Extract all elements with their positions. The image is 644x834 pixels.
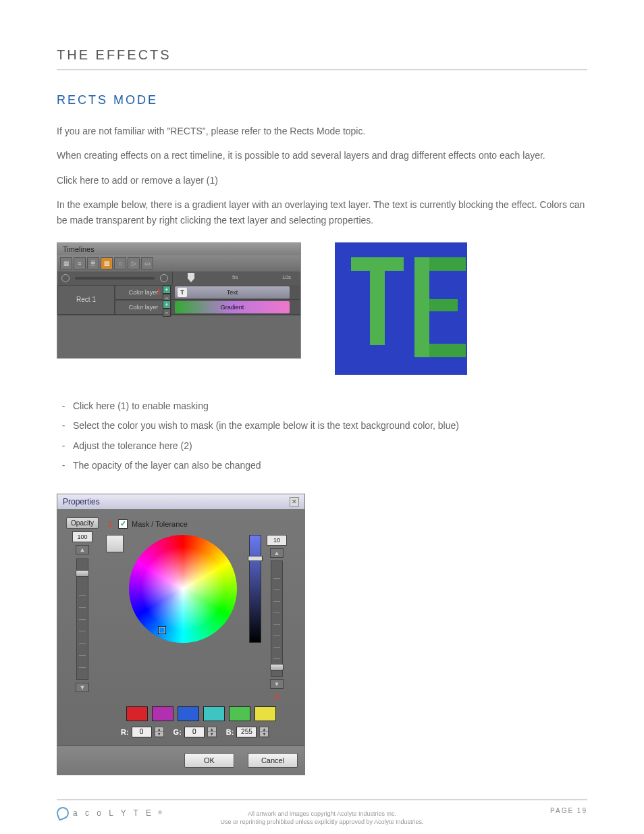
preview-image — [335, 242, 467, 375]
rect-icon[interactable]: ▧ — [101, 257, 113, 269]
color-swatch[interactable] — [126, 706, 148, 721]
g-label: G: — [173, 728, 182, 736]
rows2-icon[interactable]: ≣ — [87, 257, 99, 269]
paragraph: Click here to add or remove a layer (1) — [57, 173, 587, 188]
clip-text[interactable]: T Text — [175, 286, 290, 298]
layer-label: Color layer — [129, 289, 159, 296]
zoom-slider[interactable] — [75, 277, 155, 280]
brand-text: a c o L Y T E — [73, 808, 154, 818]
swatch-row — [126, 706, 296, 721]
color-swatch[interactable] — [229, 706, 250, 721]
record-icon[interactable]: ○ — [114, 257, 126, 269]
color-swatch[interactable] — [203, 706, 225, 721]
page-title: THE EFFECTS — [57, 47, 587, 70]
bullet-dash: - — [61, 396, 66, 416]
cancel-button[interactable]: Cancel — [248, 753, 298, 768]
close-icon[interactable]: ✕ — [290, 497, 299, 506]
list-item: Select the color you wish to mask (in th… — [73, 416, 459, 436]
bullet-dash: - — [61, 456, 66, 475]
color-wheel[interactable] — [129, 535, 237, 643]
bullet-dash: - — [61, 436, 66, 456]
timelines-empty-area — [57, 315, 300, 358]
zoom-in-icon[interactable] — [160, 274, 168, 282]
layer-row[interactable]: Color layer +− — [115, 300, 172, 315]
color-swatch[interactable] — [254, 706, 276, 721]
layer-add-remove[interactable]: +− — [163, 286, 171, 301]
list-item: Click here (1) to enable masking — [73, 396, 209, 416]
tolerance-down-icon[interactable]: ▼ — [270, 679, 284, 689]
opacity-up-icon[interactable]: ▲ — [76, 545, 89, 554]
b-label: B: — [226, 728, 234, 736]
tolerance-slider[interactable] — [271, 561, 283, 677]
properties-dialog: Properties ✕ Opacity 100 ▲ ▼ — [57, 494, 305, 775]
clip-gradient[interactable]: Gradient — [175, 301, 290, 313]
rows-icon[interactable]: ≡ — [74, 257, 86, 269]
r-spinner[interactable]: ▲▼ — [155, 727, 164, 737]
color-swatch[interactable] — [152, 706, 173, 721]
tolerance-value[interactable]: 10 — [267, 535, 287, 546]
grid-icon[interactable]: ▦ — [60, 257, 72, 269]
dialog-title: Properties — [63, 497, 100, 506]
stop-icon[interactable]: ▭ — [141, 257, 153, 269]
paragraph: If you are not familiar with "RECTS", pl… — [57, 124, 587, 138]
timelines-panel: Timelines ▦ ≡ ≣ ▧ ○ ▷ ▭ 5s 10s — [57, 242, 301, 359]
r-label: R: — [121, 728, 129, 736]
play-icon[interactable]: ▷ — [128, 257, 140, 269]
ruler-tick: 10s — [282, 274, 291, 280]
paragraph: When creating effects on a rect timeline… — [57, 148, 587, 163]
value-slider[interactable] — [249, 535, 261, 643]
mask-label: Mask / Tolerance — [132, 520, 188, 528]
eyedropper-icon[interactable]: ✎ — [106, 535, 124, 552]
ruler-tick: 5s — [232, 274, 238, 280]
clip-label: Text — [227, 289, 238, 296]
ok-button[interactable]: OK — [184, 753, 234, 768]
tolerance-up-icon[interactable]: ▲ — [270, 548, 284, 558]
opacity-tab[interactable]: Opacity — [66, 517, 99, 529]
g-spinner[interactable]: ▲▼ — [207, 727, 217, 737]
timeline-ruler[interactable]: 5s 10s — [172, 271, 300, 285]
layer-add-remove[interactable]: +− — [163, 301, 171, 315]
opacity-down-icon[interactable]: ▼ — [76, 683, 89, 692]
callout-2: 2 — [275, 693, 279, 701]
g-value[interactable]: 0 — [184, 727, 205, 737]
callout-1: 1 — [157, 288, 161, 296]
paragraph: In the example below, there is a gradien… — [57, 197, 587, 228]
list-item: The opacity of the layer can also be cha… — [73, 456, 261, 475]
timelines-title: Timelines — [57, 243, 300, 255]
text-badge-icon: T — [178, 288, 187, 297]
opacity-value[interactable]: 100 — [72, 531, 92, 542]
timelines-toolbar: ▦ ≡ ≣ ▧ ○ ▷ ▭ — [57, 255, 300, 271]
bullet-dash: - — [61, 416, 66, 436]
list-item: Adjust the tolerance here (2) — [73, 436, 192, 456]
page-number: PAGE 19 — [550, 807, 587, 814]
brand-logo: a c o L Y T E® — [57, 807, 165, 819]
mask-checkbox[interactable]: ✓ — [118, 519, 128, 529]
callout-1: 1 — [106, 519, 114, 529]
brand-icon — [57, 807, 69, 819]
rect-label[interactable]: Rect 1 — [57, 285, 115, 315]
playhead-icon[interactable] — [188, 273, 194, 282]
opacity-slider[interactable] — [76, 558, 88, 680]
color-swatch[interactable] — [178, 706, 199, 721]
r-value[interactable]: 0 — [132, 727, 152, 737]
clip-label: Gradient — [221, 304, 244, 311]
layer-row[interactable]: Color layer 1 +− — [115, 285, 172, 300]
section-title: RECTS MODE — [57, 93, 587, 107]
copyright-line: All artwork and images copyright Acolyte… — [153, 810, 491, 818]
bullet-list: -Click here (1) to enable masking -Selec… — [61, 396, 587, 476]
layer-label: Color layer — [129, 304, 159, 311]
b-spinner[interactable]: ▲▼ — [259, 727, 269, 737]
copyright-line: Use or reprinting prohibited unless expl… — [153, 818, 491, 827]
color-picker-cursor[interactable] — [159, 627, 165, 633]
zoom-out-icon[interactable] — [61, 274, 70, 282]
b-value[interactable]: 255 — [236, 727, 257, 737]
